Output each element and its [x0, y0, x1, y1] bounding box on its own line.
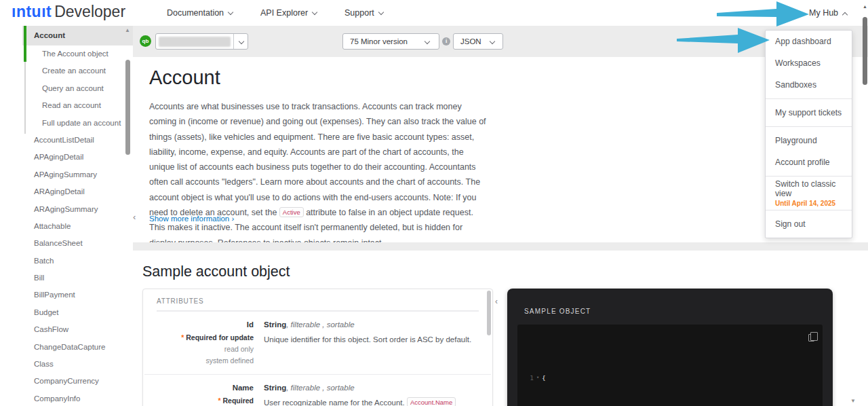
top-navbar: ıntuıtDeveloper Documentation API Explor…	[0, 0, 868, 26]
menu-divider	[766, 210, 852, 210]
sidebar-item[interactable]: Attachable	[22, 218, 133, 235]
line-number: 1	[517, 374, 534, 382]
menu-divider	[766, 126, 852, 127]
sidebar-item[interactable]: AccountListDetail	[22, 132, 133, 149]
attribute-description: User recognizable name for the Account. …	[264, 396, 481, 406]
required-asterisk: *	[218, 396, 220, 405]
sidebar-item[interactable]: ChangeDataCapture	[22, 339, 133, 356]
info-icon[interactable]: i	[442, 37, 450, 45]
sidebar-item[interactable]: ARAgingSummary	[22, 201, 133, 218]
menu-divider	[766, 98, 852, 99]
sample-section-title: Sample account object	[142, 263, 290, 280]
required-asterisk: *	[181, 333, 184, 342]
chevron-down-icon	[312, 10, 317, 15]
menu-item[interactable]: App dashboard	[766, 31, 852, 52]
page: ıntuıtDeveloper Documentation API Explor…	[0, 0, 868, 406]
sidebar-item[interactable]: Bill	[22, 270, 133, 287]
sidebar-subitem[interactable]: Read an account	[22, 97, 133, 114]
menu-item[interactable]: Workspaces	[766, 52, 852, 74]
chevron-down-icon	[425, 39, 430, 44]
menu-item[interactable]: Sandboxes	[766, 74, 852, 96]
classic-view-deadline: Until April 14, 2025	[775, 200, 842, 207]
sidebar-item[interactable]: Class	[22, 356, 133, 373]
account-description: Accounts are what businesses use to trac…	[149, 99, 490, 251]
attribute-row-name: Name *Required String, filterable , sort…	[143, 384, 492, 406]
show-more-information-link[interactable]: Show more information ›	[149, 215, 234, 223]
format-select[interactable]: JSON	[453, 33, 503, 50]
collapse-panel-icon[interactable]: ‹	[133, 212, 136, 222]
menu-item[interactable]: Playground	[766, 130, 852, 151]
section-divider	[133, 242, 868, 251]
attributes-scrollbar-thumb[interactable]	[487, 291, 491, 335]
logo-developer: Developer	[54, 3, 125, 20]
menu-item[interactable]: My support tickets	[766, 102, 852, 124]
sample-object-title: SAMPLE OBJECT	[524, 308, 591, 315]
intuit-developer-logo[interactable]: ıntuıtDeveloper	[12, 3, 125, 21]
page-scrollbar-thumb[interactable]	[863, 17, 867, 85]
my-hub-dropdown-menu: App dashboard Workspaces Sandboxes	[765, 30, 852, 238]
sidebar-item-account[interactable]: Account	[22, 26, 133, 45]
sidebar-scroll-up-icon[interactable]: ▲	[125, 27, 130, 33]
fold-icon[interactable]: ▾	[534, 374, 542, 382]
sidebar: Account The Account objectCreate an acco…	[22, 26, 133, 406]
attribute-row-id: Id *Required for update read only system…	[143, 320, 492, 365]
page-scrollbar[interactable]: ▲	[862, 0, 868, 406]
chevron-down-icon	[228, 10, 233, 15]
sidebar-subitem[interactable]: Query an account	[22, 80, 133, 97]
scroll-down-icon[interactable]: ▼	[850, 398, 856, 404]
active-item-accent	[24, 26, 26, 62]
code-editor: 1▾{ 2▾ "Account": { 3 "FullyQualifiedNam…	[517, 325, 823, 406]
sidebar-subitem[interactable]: Full update an account	[22, 115, 133, 132]
sidebar-item[interactable]: BalanceSheet	[22, 235, 133, 252]
sidebar-item[interactable]: Budget	[22, 304, 133, 321]
sidebar-item[interactable]: Batch	[22, 253, 133, 270]
nav-my-hub[interactable]: My Hub	[809, 8, 847, 18]
copy-icon[interactable]	[808, 334, 814, 342]
sidebar-item[interactable]: APAgingSummary	[22, 166, 133, 183]
subitem-rail	[24, 62, 26, 134]
collapse-sample-icon[interactable]: ‹	[495, 297, 498, 306]
logo-intuit: ıntuıt	[12, 3, 52, 20]
chevron-down-icon	[378, 10, 384, 15]
redacted-company-name	[159, 37, 231, 47]
sidebar-subitem[interactable]: The Account object	[22, 45, 133, 62]
nav-api-explorer[interactable]: API Explorer	[260, 8, 317, 18]
code-line: 1▾{	[517, 374, 823, 382]
api-toolbar: qb 75 Minor version i JSON	[133, 26, 868, 57]
attribute-required-label: *Required	[143, 396, 254, 405]
attributes-card: ATTRIBUTES Id *Required for update read …	[142, 289, 493, 406]
sidebar-subitem[interactable]: Create an account	[22, 62, 133, 79]
sidebar-scrollbar-thumb[interactable]	[125, 60, 130, 155]
nav-documentation[interactable]: Documentation	[167, 8, 233, 18]
attribute-name: Name	[143, 384, 254, 392]
json-code: 1▾{ 2▾ "Account": { 3 "FullyQualifiedNam…	[517, 343, 823, 406]
page-title: Account	[149, 67, 220, 89]
minor-version-select[interactable]: 75 Minor version	[342, 33, 439, 50]
chevron-down-icon	[490, 39, 495, 44]
menu-item[interactable]: Switch to classic view Until April 14, 2…	[766, 179, 852, 207]
attribute-meta: read only	[143, 345, 254, 353]
sidebar-item[interactable]: CompanyCurrency	[22, 373, 133, 390]
sidebar-entity-list: AccountListDetailAPAgingDetailAPAgingSum…	[22, 132, 133, 406]
attribute-description: Unique identifier for this object. Sort …	[264, 333, 481, 346]
sidebar-item[interactable]: CashFlow	[22, 321, 133, 338]
sidebar-item[interactable]: CompanyInfo	[22, 390, 133, 406]
sidebar-item[interactable]: APAgingDetail	[22, 149, 133, 166]
account-name-badge: Account.Name	[407, 397, 456, 406]
menu-divider	[766, 176, 852, 177]
sidebar-item[interactable]: ARAgingDetail	[22, 183, 133, 200]
attribute-meta: system defined	[143, 356, 254, 365]
row-divider	[144, 374, 491, 375]
menu-item[interactable]: Sign out	[766, 213, 852, 235]
menu-item[interactable]: Account profile	[766, 151, 852, 173]
attribute-type: String, filterable , sortable	[264, 320, 481, 329]
company-select[interactable]	[155, 33, 248, 50]
nav-support[interactable]: Support	[344, 8, 383, 18]
active-attribute-badge: Active	[279, 207, 304, 217]
quickbooks-icon: qb	[140, 35, 151, 47]
chevron-down-icon	[239, 39, 244, 44]
attribute-required-label: *Required for update	[143, 333, 254, 342]
sidebar-item[interactable]: BillPayment	[22, 287, 133, 303]
attribute-name: Id	[143, 320, 254, 329]
scroll-up-icon[interactable]: ▲	[863, 4, 867, 9]
